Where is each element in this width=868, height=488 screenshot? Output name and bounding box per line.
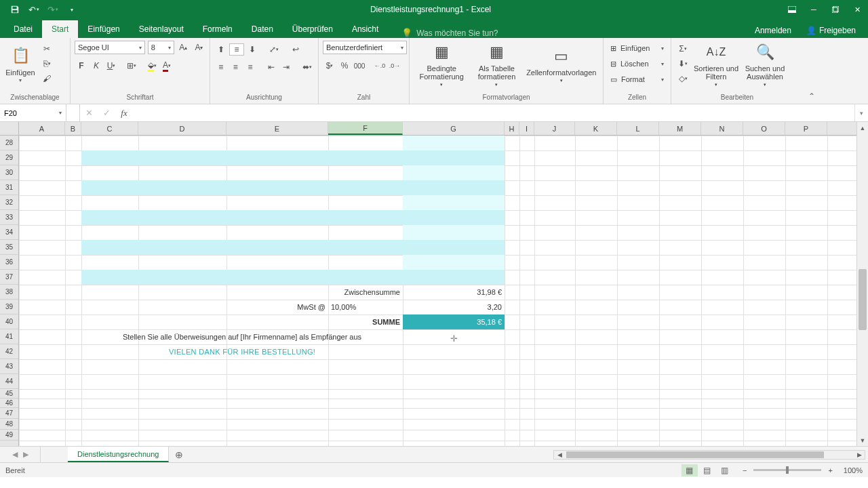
insert-cells-button[interactable]: ⊞Einfügen▾ <box>608 41 667 56</box>
redo-icon[interactable]: ↷▾ <box>45 2 61 17</box>
row-header-39[interactable]: 39 <box>0 300 18 314</box>
cell-r39_tax_label[interactable]: MwSt @ <box>226 300 328 314</box>
scroll-up-icon[interactable]: ▲ <box>857 122 868 134</box>
collapse-ribbon-icon[interactable]: ⌃ <box>803 92 821 104</box>
cell-r39_tax_rate[interactable]: 10,00% <box>328 300 403 314</box>
col-header-C[interactable]: C <box>81 122 138 135</box>
tab-pagelayout[interactable]: Seitenlayout <box>130 20 193 38</box>
cell-r41_payto[interactable]: Stellen Sie alle Überweisungen auf [Ihr … <box>81 329 403 344</box>
scroll-left-icon[interactable]: ◀ <box>554 451 565 458</box>
select-all-corner[interactable] <box>0 122 18 136</box>
tab-data[interactable]: Daten <box>242 20 283 38</box>
col-header-O[interactable]: O <box>743 122 785 135</box>
col-header-E[interactable]: E <box>226 122 328 135</box>
scroll-right-icon[interactable]: ▶ <box>854 451 865 458</box>
row-header-40[interactable]: 40 <box>0 314 18 329</box>
signin-link[interactable]: Anmelden <box>755 26 791 35</box>
align-left-icon[interactable]: ≡ <box>214 61 228 73</box>
row-header-45[interactable]: 45 <box>0 389 18 399</box>
sheet-nav-prev-icon[interactable]: ◀ <box>12 450 18 459</box>
tell-me-search[interactable]: 💡 Was möchten Sie tun? <box>388 28 755 38</box>
col-header-P[interactable]: P <box>785 122 827 135</box>
zoom-slider[interactable] <box>753 469 821 471</box>
row-header-41[interactable]: 41 <box>0 329 18 344</box>
font-size-combo[interactable]: 8▾ <box>148 41 174 54</box>
col-header-M[interactable]: M <box>659 122 701 135</box>
row-header-29[interactable]: 29 <box>0 150 18 165</box>
align-middle-icon[interactable]: ≡ <box>229 43 244 56</box>
row-header-44[interactable]: 44 <box>0 374 18 389</box>
tab-file[interactable]: Datei <box>4 20 42 38</box>
sheet-tab-active[interactable]: Dienstleistungsrechnung <box>68 447 169 462</box>
format-painter-icon[interactable]: 🖌 <box>39 72 54 85</box>
row-header-32[interactable]: 32 <box>0 195 18 210</box>
number-format-combo[interactable]: Benutzerdefiniert▾ <box>323 41 407 54</box>
find-select-button[interactable]: 🔍 Suchen und Auswählen▾ <box>742 41 788 88</box>
align-center-icon[interactable]: ≡ <box>229 61 243 73</box>
cell-r38_subtotal_value[interactable]: 31,98 € <box>403 285 505 300</box>
paste-button[interactable]: 📋 Einfügen ▾ <box>4 41 37 88</box>
format-cells-button[interactable]: ▭Format▾ <box>608 72 667 87</box>
decrease-indent-icon[interactable]: ⇤ <box>265 61 279 73</box>
expand-formula-icon[interactable]: ▾ <box>854 104 868 121</box>
increase-font-icon[interactable]: A▴ <box>177 41 190 54</box>
row-header-31[interactable]: 31 <box>0 180 18 195</box>
decrease-font-icon[interactable]: A▾ <box>193 41 205 54</box>
merge-icon[interactable]: ⬌▾ <box>300 61 314 73</box>
col-header-B[interactable]: B <box>65 122 81 135</box>
col-header-F[interactable]: F <box>328 122 403 135</box>
tab-review[interactable]: Überprüfen <box>283 20 342 38</box>
col-header-H[interactable]: H <box>505 122 519 135</box>
format-table-button[interactable]: ▦ Als Tabelle formatieren▾ <box>472 41 521 88</box>
undo-icon[interactable]: ↶▾ <box>26 2 42 17</box>
cell-r38_subtotal_label[interactable]: Zwischensumme <box>226 285 403 300</box>
row-header-30[interactable]: 30 <box>0 165 18 180</box>
view-pagebreak-icon[interactable]: ▥ <box>717 464 733 476</box>
comma-icon[interactable]: 000 <box>353 60 366 72</box>
copy-icon[interactable]: ⎘▾ <box>39 57 54 70</box>
horizontal-scrollbar[interactable]: ◀ ▶ <box>553 450 865 460</box>
orientation-icon[interactable]: ⤢▾ <box>267 43 281 56</box>
align-bottom-icon[interactable]: ⬇ <box>245 43 259 56</box>
align-right-icon[interactable]: ≡ <box>243 61 257 73</box>
name-box[interactable]: F20▾ <box>0 104 66 121</box>
decrease-decimal-icon[interactable]: .0→ <box>388 60 401 72</box>
wrap-text-icon[interactable]: ↩ <box>289 43 302 56</box>
save-icon[interactable] <box>7 2 23 17</box>
fill-color-icon[interactable]: ⬙▾ <box>145 60 159 72</box>
italic-icon[interactable]: K <box>90 60 103 72</box>
share-button[interactable]: 👤 Freigeben <box>800 23 863 38</box>
tab-home[interactable]: Start <box>42 20 78 38</box>
tab-insert[interactable]: Einfügen <box>78 20 129 38</box>
col-header-K[interactable]: K <box>575 122 617 135</box>
font-color-icon[interactable]: A▾ <box>160 60 174 72</box>
autosum-icon[interactable]: Σ▾ <box>675 42 690 56</box>
col-header-N[interactable]: N <box>701 122 743 135</box>
zoom-level[interactable]: 100% <box>844 466 863 474</box>
font-name-combo[interactable]: Segoe UI▾ <box>75 41 145 54</box>
row-header-37[interactable]: 37 <box>0 270 18 285</box>
cell-r40_total_value[interactable]: 35,18 € <box>403 314 505 329</box>
tab-formulas[interactable]: Formeln <box>193 20 242 38</box>
sort-filter-button[interactable]: A↓Z Sortieren und Filtern▾ <box>693 41 739 88</box>
vscroll-thumb[interactable] <box>859 269 867 330</box>
conditional-format-button[interactable]: ▦ Bedingte Formatierung▾ <box>414 41 469 88</box>
ribbon-display-icon[interactable] <box>781 0 803 19</box>
row-header-35[interactable]: 35 <box>0 240 18 255</box>
view-pagelayout-icon[interactable]: ▤ <box>699 464 715 476</box>
increase-decimal-icon[interactable]: ←.0 <box>373 60 387 72</box>
minimize-icon[interactable]: ─ <box>803 0 825 19</box>
increase-indent-icon[interactable]: ⇥ <box>279 61 293 73</box>
col-header-G[interactable]: G <box>403 122 505 135</box>
col-header-D[interactable]: D <box>138 122 226 135</box>
col-header-A[interactable]: A <box>19 122 65 135</box>
cell-styles-button[interactable]: ▭ Zellenformatvorlagen▾ <box>524 41 599 88</box>
row-header-43[interactable]: 43 <box>0 359 18 374</box>
row-header-46[interactable]: 46 <box>0 399 18 408</box>
view-normal-icon[interactable]: ▦ <box>682 464 698 476</box>
row-header-28[interactable]: 28 <box>0 136 18 150</box>
sheet-nav-next-icon[interactable]: ▶ <box>23 450 28 459</box>
bold-icon[interactable]: F <box>75 60 88 72</box>
row-header-33[interactable]: 33 <box>0 210 18 225</box>
cell-r40_total_label[interactable]: SUMME <box>226 314 403 329</box>
